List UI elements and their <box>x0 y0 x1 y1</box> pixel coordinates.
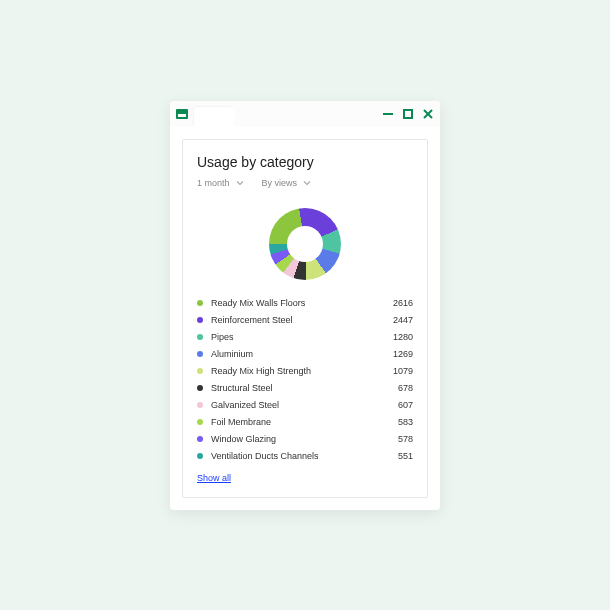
filter-row: 1 month By views <box>197 178 413 188</box>
time-filter[interactable]: 1 month <box>197 178 244 188</box>
time-filter-label: 1 month <box>197 178 230 188</box>
legend-value: 1079 <box>393 366 413 376</box>
svg-rect-1 <box>404 110 412 118</box>
legend-label: Reinforcement Steel <box>211 315 393 325</box>
legend-dot <box>197 419 203 425</box>
legend-value: 2447 <box>393 315 413 325</box>
legend-value: 551 <box>398 451 413 461</box>
legend-value: 678 <box>398 383 413 393</box>
sort-filter-label: By views <box>262 178 298 188</box>
legend-dot <box>197 453 203 459</box>
maximize-button[interactable] <box>402 108 414 120</box>
legend-dot <box>197 385 203 391</box>
window-controls <box>382 108 434 120</box>
app-window: Usage by category 1 month By views Ready… <box>170 101 440 510</box>
legend-dot <box>197 351 203 357</box>
chevron-down-icon <box>303 179 311 187</box>
legend-row: Ventilation Ducts Channels551 <box>197 451 413 461</box>
legend-label: Galvanized Steel <box>211 400 398 410</box>
legend-label: Ready Mix High Strength <box>211 366 393 376</box>
titlebar <box>170 101 440 127</box>
donut-chart <box>269 208 341 280</box>
legend-row: Ready Mix High Strength1079 <box>197 366 413 376</box>
legend-row: Ready Mix Walls Floors2616 <box>197 298 413 308</box>
legend-row: Reinforcement Steel2447 <box>197 315 413 325</box>
usage-card: Usage by category 1 month By views Ready… <box>182 139 428 498</box>
legend-value: 578 <box>398 434 413 444</box>
donut-chart-wrap <box>197 202 413 298</box>
legend-value: 583 <box>398 417 413 427</box>
legend-label: Window Glazing <box>211 434 398 444</box>
legend-dot <box>197 334 203 340</box>
legend-row: Window Glazing578 <box>197 434 413 444</box>
legend-list: Ready Mix Walls Floors2616Reinforcement … <box>197 298 413 461</box>
legend-dot <box>197 317 203 323</box>
legend-row: Galvanized Steel607 <box>197 400 413 410</box>
legend-label: Structural Steel <box>211 383 398 393</box>
app-icon <box>176 109 188 119</box>
close-button[interactable] <box>422 108 434 120</box>
minimize-button[interactable] <box>382 108 394 120</box>
legend-row: Structural Steel678 <box>197 383 413 393</box>
legend-value: 607 <box>398 400 413 410</box>
legend-value: 1280 <box>393 332 413 342</box>
legend-row: Pipes1280 <box>197 332 413 342</box>
legend-dot <box>197 368 203 374</box>
legend-label: Ready Mix Walls Floors <box>211 298 393 308</box>
legend-label: Pipes <box>211 332 393 342</box>
legend-label: Aluminium <box>211 349 393 359</box>
legend-value: 2616 <box>393 298 413 308</box>
legend-dot <box>197 300 203 306</box>
card-title: Usage by category <box>197 154 413 170</box>
show-all-link[interactable]: Show all <box>197 473 231 483</box>
titlebar-left <box>176 101 234 127</box>
legend-dot <box>197 436 203 442</box>
legend-value: 1269 <box>393 349 413 359</box>
chevron-down-icon <box>236 179 244 187</box>
legend-row: Foil Membrane583 <box>197 417 413 427</box>
active-tab[interactable] <box>194 107 234 127</box>
legend-label: Foil Membrane <box>211 417 398 427</box>
legend-dot <box>197 402 203 408</box>
legend-row: Aluminium1269 <box>197 349 413 359</box>
legend-label: Ventilation Ducts Channels <box>211 451 398 461</box>
sort-filter[interactable]: By views <box>262 178 312 188</box>
